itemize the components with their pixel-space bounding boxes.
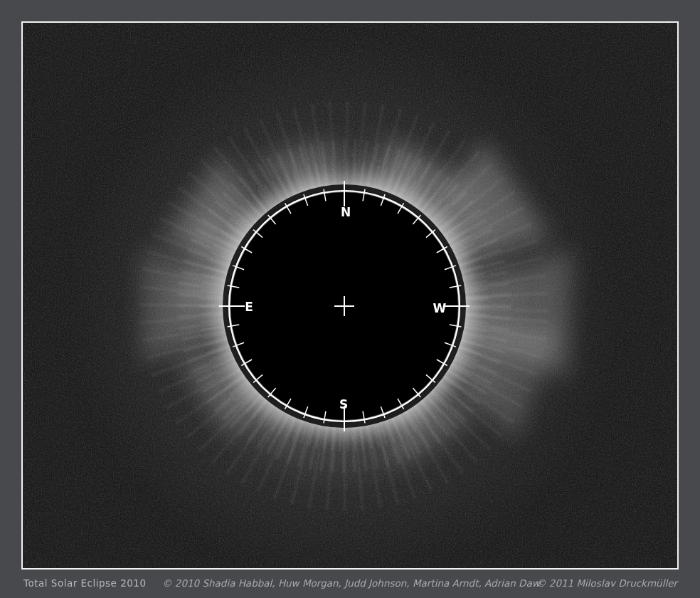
eclipse-canvas: N E S W bbox=[23, 23, 677, 568]
photo-title: Total Solar Eclipse 2010 bbox=[23, 570, 147, 597]
caption-bar: Total Solar Eclipse 2010 © 2010 Shadia H… bbox=[0, 570, 700, 598]
west-label: W bbox=[433, 301, 447, 315]
window-frame: N E S W Total Solar Eclipse 2010 © 2010 … bbox=[0, 0, 700, 598]
copyright-2011: © 2011 Miloslav Druckmüller bbox=[536, 570, 677, 597]
east-label: E bbox=[245, 300, 253, 314]
copyright-2010: © 2010 Shadia Habbal, Huw Morgan, Judd J… bbox=[162, 570, 540, 597]
south-label: S bbox=[339, 397, 348, 411]
north-label: N bbox=[341, 205, 351, 219]
eclipse-photograph: N E S W bbox=[21, 21, 679, 570]
